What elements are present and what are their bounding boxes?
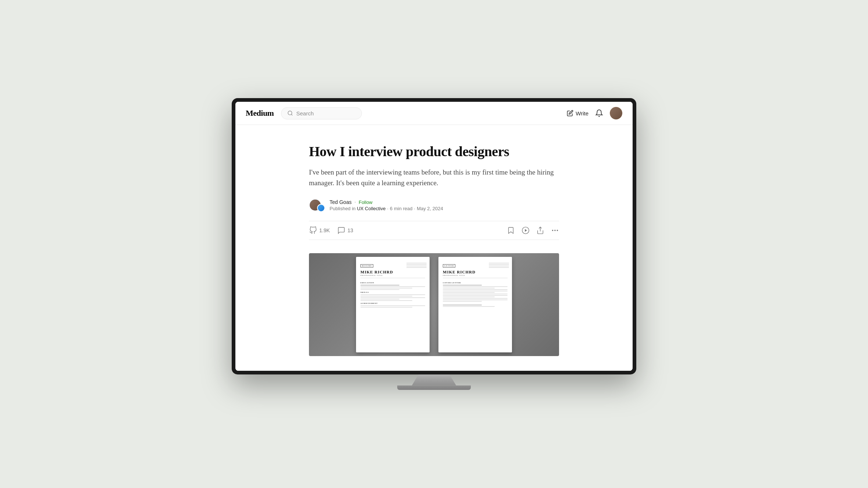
author-row: Ted Goas · Follow Published in UX Collec… [309,199,559,212]
author-info: Ted Goas · Follow Published in UX Collec… [330,199,443,211]
article-title: How I interview product designers [309,143,559,160]
action-bar: 1.9K 13 [309,221,559,240]
published-in-label: Published in [330,206,357,211]
action-bar-left: 1.9K 13 [309,226,353,234]
write-icon [567,110,573,116]
nav-right: Write [567,107,622,119]
resume-name-1: MIKE RICHRD [360,270,425,274]
save-button[interactable] [507,226,515,234]
article-container: How I interview product designers I've b… [309,143,559,356]
resume-preview: RESUME MIKE RICHRD PROFESSIONAL TITLE [309,253,559,356]
avatar-image [610,107,622,119]
resume-label-1: RESUME [360,264,373,268]
clap-icon [309,226,317,234]
svg-line-1 [292,114,293,115]
read-time: 6 min read [390,206,412,211]
monitor-wrapper: Medium Search Write [232,98,636,390]
svg-point-0 [288,111,292,115]
navbar: Medium Search Write [235,102,633,125]
resume-label-2: LETTER [443,264,455,268]
publication-avatar [317,204,325,212]
search-placeholder: Search [296,110,314,116]
monitor-stand [412,374,456,385]
svg-marker-3 [525,229,527,232]
comments-count: 13 [348,227,353,233]
bookmark-icon [507,226,515,234]
publication-link[interactable]: UX Collective [357,206,385,211]
notifications-button[interactable] [595,109,603,117]
action-bar-right [507,226,559,234]
more-button[interactable] [551,226,559,234]
resume-contact-1 [406,263,427,269]
resume-card-1: RESUME MIKE RICHRD PROFESSIONAL TITLE [356,257,430,352]
share-button[interactable] [536,226,544,234]
monitor-base [397,385,471,390]
share-icon [536,226,544,234]
content-area: How I interview product designers I've b… [235,125,633,370]
follow-button[interactable]: Follow [359,200,373,205]
publish-date: May 2, 2024 [417,206,443,211]
achievement-title: ACHIEVEMENT [360,302,425,304]
user-avatar[interactable] [610,107,622,119]
author-name-row: Ted Goas · Follow [330,199,443,205]
article-subtitle: I've been part of the interviewing teams… [309,167,559,189]
article-image: RESUME MIKE RICHRD PROFESSIONAL TITLE [309,253,559,356]
claps-count: 1.9K [319,227,330,233]
svg-point-7 [557,230,558,231]
play-icon [522,226,530,234]
author-name-dot: · [355,199,356,205]
svg-point-6 [554,230,556,231]
author-avatars [309,199,325,212]
claps-button[interactable]: 1.9K [309,226,330,234]
bell-icon [595,109,603,117]
author-name[interactable]: Ted Goas [330,199,352,205]
monitor-frame: Medium Search Write [232,98,636,374]
resume-title-2: PROFESSIONAL TITLE [443,274,508,278]
resume-card-2: LETTER MIKE RICHRD PROFESSIONAL TITLE [438,257,512,352]
svg-point-5 [552,230,554,231]
comments-button[interactable]: 13 [337,226,353,234]
cover-letter-title: COVER LETTER [443,282,508,284]
search-bar[interactable]: Search [281,107,362,119]
author-meta: Published in UX Collective·6 min read·Ma… [330,206,443,211]
resume-contact-2 [489,263,509,269]
skills-title: SKILLS [360,291,425,293]
resume-title-1: PROFESSIONAL TITLE [360,274,425,278]
write-label: Write [576,110,588,116]
medium-logo[interactable]: Medium [246,108,274,118]
write-button[interactable]: Write [567,110,588,116]
search-icon [287,110,293,116]
more-icon [551,226,559,234]
monitor-screen: Medium Search Write [235,102,633,370]
education-title: EDUCATION [360,282,425,284]
listen-button[interactable] [522,226,530,234]
resume-name-2: MIKE RICHRD [443,270,508,274]
comment-icon [337,226,345,234]
